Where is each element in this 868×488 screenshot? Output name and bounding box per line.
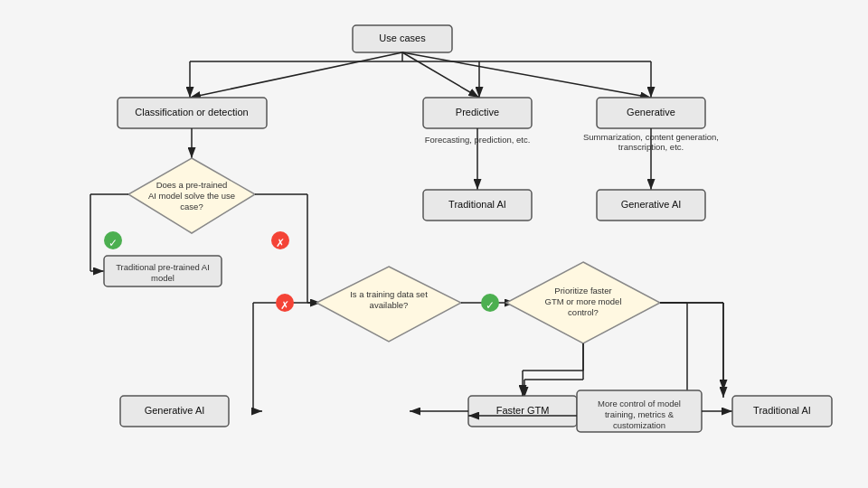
- training-q2: available?: [370, 300, 409, 310]
- pretrained-q2: AI model solve the use: [148, 191, 235, 201]
- diagram-container: Use cases Classification or detection Pr…: [0, 0, 868, 488]
- generative-top-label: Generative: [627, 107, 675, 117]
- traditional-ai-bottom-label: Traditional AI: [753, 405, 811, 416]
- traditional-pretrained-1: Traditional pre-trained AI: [116, 262, 210, 272]
- yes-check: ✓: [108, 237, 118, 249]
- prioritize-q3: control?: [568, 307, 599, 317]
- prioritize-q1: Prioritize faster: [554, 286, 611, 296]
- pretrained-q3: case?: [180, 202, 203, 211]
- flowchart: Use cases Classification or detection Pr…: [0, 0, 868, 488]
- traditional-pretrained-2: model: [151, 273, 175, 283]
- generative-ai-right-label: Generative AI: [621, 199, 682, 210]
- classification-label: Classification or detection: [135, 107, 248, 117]
- more-control-3: customization: [613, 420, 665, 430]
- training-q1: Is a training data set: [350, 289, 428, 299]
- generative-ai-bottom-label: Generative AI: [145, 405, 205, 416]
- arrow-to-classification: [190, 52, 402, 98]
- traditional-ai-pred-label: Traditional AI: [448, 199, 506, 210]
- faster-gtm-label: Faster GTM: [496, 405, 550, 416]
- yes-check-2: ✓: [486, 299, 495, 312]
- prioritize-q2: GTM or more model: [545, 296, 622, 306]
- no-x-2: ✗: [280, 299, 289, 312]
- predictive-label: Predictive: [456, 107, 499, 117]
- more-control-1: More control of model: [598, 399, 681, 408]
- use-cases-label: Use cases: [379, 33, 426, 43]
- more-control-2: training, metrics &: [605, 409, 675, 419]
- no-x-1: ✗: [276, 237, 285, 249]
- pretrained-q1: Does a pre-trained: [156, 180, 228, 190]
